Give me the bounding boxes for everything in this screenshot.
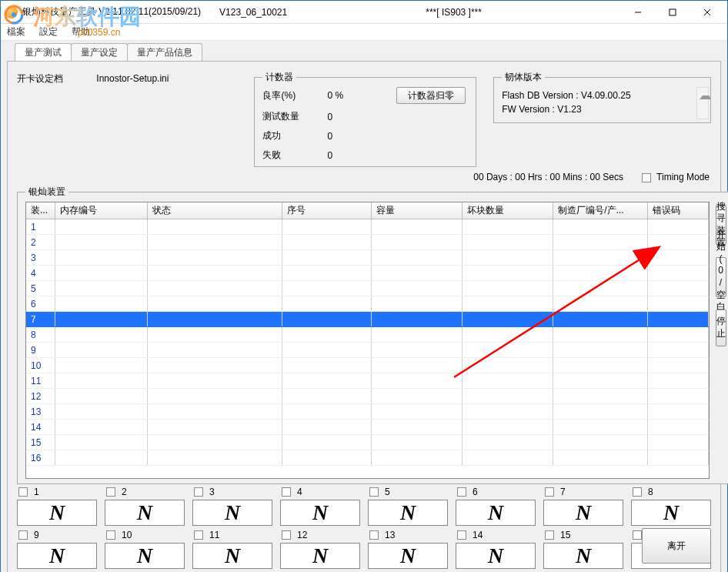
table-row[interactable]: 14	[26, 420, 708, 435]
slot-number: 13	[385, 530, 395, 540]
minimize-button[interactable]	[620, 2, 655, 23]
table-row[interactable]: 15	[26, 435, 708, 450]
slot-status: N	[631, 500, 711, 526]
column-header[interactable]: 容量	[371, 202, 462, 219]
table-row[interactable]: 3	[26, 250, 708, 266]
tab-test[interactable]: 量产测试	[15, 43, 72, 62]
table-row[interactable]: 1	[26, 219, 708, 235]
table-row[interactable]: 2	[26, 235, 708, 250]
slot-checkbox[interactable]	[106, 530, 115, 540]
slot-number: 5	[385, 487, 390, 497]
counter-reset-button[interactable]: 计数器归零	[396, 87, 466, 104]
firmware-group: 韧体版本 Flash DB Version : V4.09.00.25 FW V…	[493, 71, 711, 123]
table-row[interactable]: 12	[26, 389, 708, 404]
slot-status: N	[105, 543, 185, 569]
menu-file[interactable]: 檔案	[7, 25, 25, 38]
table-row[interactable]: 11	[26, 373, 708, 389]
menubar: 檔案 設定 帮助	[1, 24, 727, 41]
column-header[interactable]: 装...	[26, 202, 55, 219]
slot-status: N	[543, 500, 623, 526]
table-row[interactable]: 7	[26, 312, 708, 327]
table-row[interactable]: 10	[26, 358, 708, 373]
device-grid[interactable]: 装...内存编号状态序号容量坏块数量制造厂编号/产...错误码 12345678…	[25, 202, 710, 479]
ok-label: 成功	[262, 129, 327, 142]
slot-status: N	[368, 543, 448, 569]
firmware-scrollbar[interactable]	[696, 87, 709, 119]
menu-settings[interactable]: 設定	[39, 25, 58, 38]
slot-checkbox[interactable]	[633, 530, 642, 540]
slot: 6N	[456, 486, 536, 526]
menu-help[interactable]: 帮助	[72, 25, 90, 38]
app-window: 河东软件园 pc0359.cn 银灿科技量产工具 V2.11.02.11(201…	[0, 0, 728, 572]
card-setting-file: Innostor-Setup.ini	[96, 73, 169, 84]
slot-status: N	[105, 500, 185, 526]
slot-checkbox[interactable]	[194, 487, 203, 497]
column-header[interactable]: 错误码	[647, 202, 708, 219]
stop-button[interactable]: 停止	[716, 309, 726, 346]
fail-label: 失败	[262, 149, 327, 162]
table-row[interactable]: 9	[26, 343, 708, 358]
slot-checkbox[interactable]	[18, 487, 28, 497]
elapsed-timer: 00 Days : 00 Hrs : 00 Mins : 00 Secs	[473, 172, 623, 182]
tab-info[interactable]: 量产产品信息	[127, 43, 202, 61]
timing-mode-label: Timing Mode	[656, 172, 710, 182]
slot: 9N	[17, 529, 97, 569]
slot: 3N	[192, 486, 272, 526]
slot-checkbox[interactable]	[457, 487, 466, 497]
slot-checkbox[interactable]	[18, 530, 28, 540]
slot-checkbox[interactable]	[369, 487, 379, 497]
slot-status: N	[280, 543, 360, 569]
titlebar: 银灿科技量产工具 V2.11.02.11(2015/09/21) V123_06…	[1, 1, 727, 24]
slot-checkbox[interactable]	[369, 530, 379, 540]
slot-checkbox[interactable]	[457, 530, 466, 540]
slot-status: N	[456, 543, 536, 569]
slot-number: 1	[34, 487, 39, 497]
slot-checkbox[interactable]	[194, 530, 203, 540]
slot: 13N	[368, 529, 448, 569]
rate-label: 良率(%)	[262, 89, 327, 102]
slot: 4N	[280, 486, 360, 526]
counter-group: 计数器 良率(%) 0 % 计数器归零 测试数量 0 成功 0 失败 0	[254, 71, 476, 167]
exit-button[interactable]: 离开	[642, 528, 711, 564]
maximize-button[interactable]	[655, 2, 690, 23]
start-button[interactable]: 开始 ( 0 / 空白 )	[716, 257, 726, 297]
slot-status: N	[456, 500, 536, 526]
table-row[interactable]: 5	[26, 281, 708, 296]
timing-mode-option[interactable]: Timing Mode	[642, 172, 710, 182]
column-header[interactable]: 序号	[282, 202, 372, 219]
counter-legend: 计数器	[262, 71, 296, 84]
slot-number: 6	[473, 487, 478, 497]
column-header[interactable]: 制造厂编号/产...	[553, 202, 648, 219]
table-row[interactable]: 16	[26, 450, 708, 466]
column-header[interactable]: 状态	[148, 202, 282, 219]
slot-checkbox[interactable]	[633, 487, 642, 497]
device-group: 银灿装置 装...内存编号状态序号容量坏块数量制造厂编号/产...错误码 123…	[17, 186, 728, 484]
slot-number: 14	[473, 530, 483, 540]
slot: 8N	[631, 486, 711, 526]
column-header[interactable]: 内存编号	[55, 202, 147, 219]
table-row[interactable]: 8	[26, 327, 708, 343]
slot-number: 8	[648, 487, 653, 497]
tab-config[interactable]: 量产设定	[71, 43, 128, 61]
slot-checkbox[interactable]	[545, 487, 554, 497]
slot-number: 11	[209, 530, 219, 540]
table-row[interactable]: 6	[26, 296, 708, 312]
slot-number: 9	[34, 530, 39, 540]
slot: 12N	[280, 529, 360, 569]
slot: 15N	[543, 529, 623, 569]
title-build: V123_06_10021	[219, 7, 287, 18]
slot-number: 3	[209, 487, 215, 497]
close-button[interactable]	[690, 2, 724, 23]
device-legend: 银灿装置	[25, 186, 68, 199]
slot-checkbox[interactable]	[282, 487, 291, 497]
table-row[interactable]: 13	[26, 404, 708, 420]
table-row[interactable]: 4	[26, 266, 708, 281]
timing-mode-checkbox[interactable]	[642, 173, 651, 182]
slot: 14N	[456, 529, 536, 569]
column-header[interactable]: 坏块数量	[463, 202, 553, 219]
slot-checkbox[interactable]	[282, 530, 291, 540]
slot-status: N	[280, 500, 360, 526]
slot-checkbox[interactable]	[106, 487, 115, 497]
firmware-legend: 韧体版本	[502, 71, 545, 84]
slot-checkbox[interactable]	[545, 530, 554, 540]
